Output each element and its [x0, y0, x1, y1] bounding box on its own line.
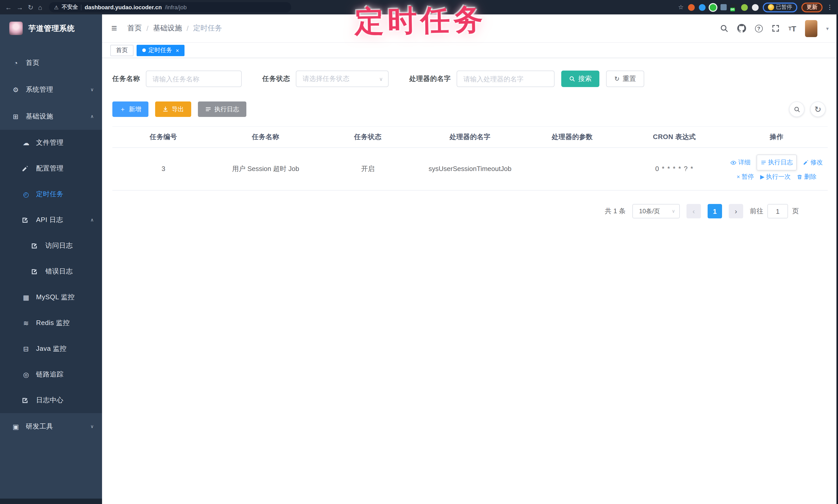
extension-icon-grid[interactable] — [720, 4, 727, 10]
profile-emoji-icon — [768, 4, 774, 10]
job-status-select[interactable]: 请选择任务状态 ∨ — [296, 71, 389, 87]
user-avatar[interactable] — [805, 20, 817, 37]
browser-menu-icon[interactable]: ⋮ — [827, 4, 833, 11]
home-icon[interactable]: ⌂ — [38, 4, 42, 11]
app-logo[interactable]: 芋道管理系统 — [0, 14, 102, 42]
refresh-button[interactable]: ↻ — [810, 102, 826, 117]
font-size-icon[interactable]: TT — [788, 24, 796, 33]
top-navbar: ≡ 首页 / 基础设施 / 定时任务 ? — [102, 14, 838, 43]
breadcrumb-section[interactable]: 基础设施 — [153, 24, 182, 33]
close-icon[interactable]: × — [176, 47, 179, 53]
handler-name-input[interactable] — [457, 71, 555, 87]
search-form: 任务名称 任务状态 请选择任务状态 ∨ 处理器的名字 — [112, 71, 828, 87]
detail-link[interactable]: 详细 — [731, 156, 751, 169]
browser-update-button[interactable]: 更新 — [801, 2, 823, 12]
table-header-row: 任务编号 任务名称 任务状态 处理器的名字 处理器的参数 CRON 表达式 操作 — [112, 126, 828, 148]
sidebar-item-access-log[interactable]: 访问日志 — [0, 233, 102, 258]
run-once-link[interactable]: ▶ 执行一次 — [760, 170, 791, 183]
log-edit-icon — [22, 217, 30, 223]
list-icon — [205, 106, 211, 112]
bookmark-star-icon[interactable]: ☆ — [678, 4, 684, 11]
chevron-down-icon: ∨ — [90, 424, 94, 429]
briefcase-icon: ▣ — [11, 422, 20, 430]
sidebar-menu: ◔ 首页 ⚙ 系统管理 ∨ ⊞ 基础设施 ∧ ☁ 文件管理 — [0, 42, 102, 440]
sidebar-item-system[interactable]: ⚙ 系统管理 ∨ — [0, 76, 102, 103]
search-button[interactable]: 搜索 — [561, 71, 599, 87]
sidebar: 芋道管理系统 ◔ 首页 ⚙ 系统管理 ∨ ⊞ 基础设施 ∧ — [0, 14, 102, 504]
delete-link[interactable]: 删除 — [797, 170, 817, 183]
back-icon[interactable]: ← — [5, 4, 12, 11]
page-size-select[interactable]: 10条/页 ∨ — [632, 204, 680, 219]
tab-home[interactable]: 首页 — [110, 44, 134, 56]
total-count: 共 1 条 — [605, 207, 626, 216]
toolbar: ＋ 新增 导出 执行日志 — [112, 102, 828, 117]
search-icon[interactable] — [720, 24, 728, 33]
sidebar-item-java[interactable]: ⊟ Java 监控 — [0, 336, 102, 362]
sidebar-item-config-manage[interactable]: 配置管理 — [0, 156, 102, 181]
extension-icon-green[interactable] — [710, 4, 716, 11]
sidebar-item-home[interactable]: ◔ 首页 — [0, 50, 102, 76]
extension-icon-leaf[interactable] — [741, 4, 748, 11]
hamburger-icon[interactable]: ≡ — [111, 23, 117, 34]
export-button[interactable]: 导出 — [155, 102, 191, 117]
job-name-input[interactable] — [146, 71, 242, 87]
goto-page-input[interactable] — [767, 204, 788, 219]
fullscreen-icon[interactable] — [771, 24, 780, 33]
sidebar-item-infra[interactable]: ⊞ 基础设施 ∧ — [0, 103, 102, 130]
browser-profile-chip[interactable]: 已暂停 — [763, 2, 797, 12]
column-header: 任务状态 — [317, 127, 419, 147]
tag-view-bar: 首页 定时任务 × — [102, 43, 838, 58]
sidebar-item-mysql[interactable]: ▦ MySQL 监控 — [0, 284, 102, 310]
profile-status-label: 已暂停 — [776, 4, 792, 11]
reset-button[interactable]: ↻ 重置 — [606, 71, 644, 87]
caret-down-icon[interactable]: ▾ — [826, 25, 829, 31]
extension-icon-switch[interactable]: on — [731, 4, 737, 10]
sidebar-item-file-manage[interactable]: ☁ 文件管理 — [0, 130, 102, 156]
github-icon[interactable] — [737, 24, 746, 33]
job-table: 任务编号 任务名称 任务状态 处理器的名字 处理器的参数 CRON 表达式 操作… — [112, 126, 828, 191]
extension-icon-puzzle[interactable] — [752, 4, 758, 11]
pause-link[interactable]: × 暂停 — [737, 170, 754, 183]
address-bar[interactable]: ⚠ 不安全 dashboard.yudao.iocoder.cn /infra/… — [49, 2, 291, 12]
sidebar-item-job[interactable]: ◴ 定时任务 — [0, 181, 102, 207]
active-dot-icon — [142, 49, 146, 52]
cloud-icon: ☁ — [22, 139, 30, 146]
job-log-button[interactable]: 执行日志 — [198, 102, 246, 117]
cell-cron: 0 * * * * ? * — [623, 156, 726, 182]
current-page-button[interactable]: 1 — [708, 204, 722, 219]
sidebar-item-trace[interactable]: ◎ 链路追踪 — [0, 362, 102, 387]
chevron-down-icon: ∨ — [379, 76, 383, 82]
extension-icon-orange[interactable] — [688, 4, 695, 11]
edit-link[interactable]: 修改 — [803, 156, 823, 169]
console-icon: ⊟ — [22, 345, 30, 353]
reload-icon[interactable]: ↻ — [28, 4, 34, 11]
sidebar-item-redis[interactable]: ≋ Redis 监控 — [0, 310, 102, 336]
breadcrumb: 首页 / 基础设施 / 定时任务 — [127, 24, 222, 33]
next-page-button[interactable]: › — [729, 204, 743, 219]
security-label[interactable]: 不安全 — [62, 4, 78, 11]
prev-page-button[interactable]: ‹ — [686, 204, 701, 219]
hide-search-button[interactable] — [789, 102, 804, 117]
add-button[interactable]: ＋ 新增 — [112, 102, 149, 117]
extension-icon-blue[interactable] — [699, 4, 705, 11]
sidebar-submenu-infra: ☁ 文件管理 配置管理 ◴ 定时任务 — [0, 130, 102, 413]
cell-job-id: 3 — [112, 156, 215, 182]
forward-icon[interactable]: → — [17, 4, 23, 11]
job-name-label: 任务名称 — [112, 74, 140, 84]
breadcrumb-home[interactable]: 首页 — [127, 24, 142, 33]
chevron-up-icon: ∧ — [90, 114, 94, 119]
app-title: 芋道管理系统 — [28, 23, 75, 33]
help-icon[interactable]: ? — [755, 24, 763, 32]
browser-extensions: ☆ on 已暂停 更新 ⋮ — [678, 2, 833, 12]
sidebar-item-api-log[interactable]: API 日志 ∧ — [0, 207, 102, 233]
sidebar-item-dev-tools[interactable]: ▣ 研发工具 ∨ — [0, 413, 102, 440]
tab-job-active[interactable]: 定时任务 × — [137, 44, 185, 56]
log-center-icon — [22, 397, 30, 403]
sidebar-item-log-center[interactable]: 日志中心 — [0, 387, 102, 413]
url-host: dashboard.yudao.iocoder.cn — [85, 4, 162, 10]
job-log-link[interactable]: 执行日志 — [757, 155, 797, 170]
column-header: 任务名称 — [215, 127, 317, 147]
goto-label: 前往 — [750, 207, 763, 216]
sidebar-item-error-log[interactable]: 错误日志 — [0, 258, 102, 284]
breadcrumb-separator: / — [146, 24, 149, 33]
